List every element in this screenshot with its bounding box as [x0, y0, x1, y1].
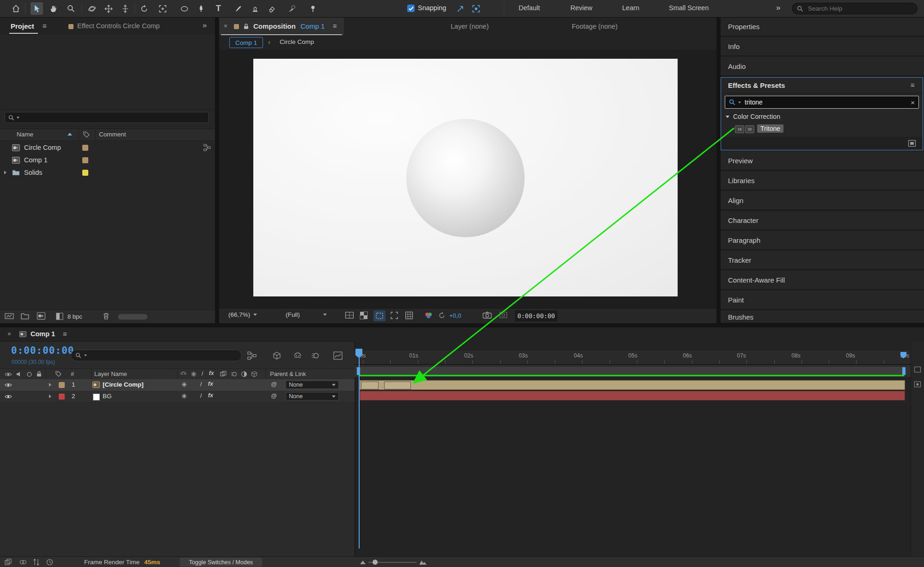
timeline-zoom-slider-handle[interactable]	[373, 560, 378, 565]
zoom-in-mountain-icon[interactable]	[419, 559, 427, 565]
thumbnail-size-slider[interactable]	[118, 314, 147, 320]
lock-icon[interactable]	[37, 371, 42, 377]
tab-effect-controls[interactable]: Effect Controls Circle Comp	[77, 22, 160, 30]
eraser-tool-button[interactable]	[265, 2, 278, 15]
column-header-parent-link[interactable]: Parent & Link	[270, 370, 306, 377]
folder-expander-icon[interactable]	[4, 171, 6, 174]
draft-3d-icon[interactable]	[273, 351, 281, 360]
collapse-transformations-switch[interactable]	[181, 382, 187, 388]
solo-icon[interactable]	[27, 372, 32, 377]
parent-link-dropdown[interactable]: None	[286, 381, 339, 389]
workspace-tab-default[interactable]: Default	[519, 4, 540, 12]
channel-rgb-icon[interactable]	[424, 312, 433, 319]
layer-1-bar-segment[interactable]	[361, 382, 379, 389]
panel-header-properties[interactable]: Properties	[721, 18, 924, 37]
comp-button-icon[interactable]	[914, 381, 921, 388]
workspace-tab-small-screen[interactable]: Small Screen	[669, 4, 709, 12]
layer-row-1[interactable]: 1 [Circle Comp] / fx @ None	[0, 379, 355, 391]
comp-marker-bin-icon[interactable]	[914, 366, 921, 373]
panel-header-content-aware-fill[interactable]: Content-Aware Fill	[721, 271, 924, 290]
new-composition-icon[interactable]	[37, 312, 45, 320]
timeline-scroll-strip[interactable]	[911, 341, 924, 556]
tab-composition[interactable]: × Composition Comp 1 ≡	[219, 18, 344, 35]
layer-expander-icon[interactable]	[49, 394, 51, 398]
eye-icon[interactable]	[5, 382, 12, 388]
pickwhip-icon[interactable]: @	[271, 392, 277, 399]
effects-presets-header[interactable]: Effects & Presets ≡	[721, 78, 923, 93]
timeline-panel-menu-icon[interactable]: ≡	[63, 330, 67, 338]
snapping-checkbox[interactable]	[407, 5, 415, 12]
collapse-transformations-switch[interactable]	[181, 393, 187, 399]
project-search-field[interactable]	[5, 112, 209, 123]
panel-header-libraries[interactable]: Libraries	[721, 172, 924, 191]
brush-tool-button[interactable]	[232, 2, 245, 15]
color-depth-icon[interactable]	[56, 313, 63, 320]
workspace-overflow-button[interactable]: »	[776, 3, 780, 12]
workspace-tab-learn[interactable]: Learn	[622, 4, 639, 12]
sphere-layer[interactable]	[406, 119, 525, 237]
effect-result-label[interactable]: Tritone	[757, 124, 783, 133]
adjustment-layer-icon[interactable]	[241, 371, 247, 377]
quality-switch[interactable]: /	[200, 392, 202, 399]
timeline-search-field[interactable]	[71, 350, 242, 361]
timeline-search-input[interactable]	[90, 351, 237, 359]
layer-2-duration-bar[interactable]	[360, 391, 905, 401]
hand-tool-button[interactable]	[47, 2, 60, 15]
search-help-field[interactable]	[792, 3, 918, 14]
project-search-input[interactable]	[22, 114, 205, 122]
close-tab-icon[interactable]: ×	[224, 22, 227, 30]
column-header-name[interactable]: Name	[17, 131, 33, 138]
dolly-camera-tool-button[interactable]	[119, 2, 131, 15]
effects-search-field[interactable]: ×	[725, 96, 919, 109]
type-tool-button[interactable]: T	[212, 2, 225, 15]
pan-behind-tool-button[interactable]	[156, 2, 169, 15]
frame-blend-icon[interactable]	[220, 371, 226, 377]
clear-search-icon[interactable]: ×	[911, 99, 915, 106]
effect-result-tritone[interactable]: 16 32 Tritone	[721, 123, 923, 136]
pickwhip-icon[interactable]: @	[271, 381, 277, 388]
current-timecode-display[interactable]: 0:00:00:00	[11, 345, 74, 356]
layer-label-color[interactable]	[59, 394, 65, 400]
bit-depth-label[interactable]: 8 bpc	[67, 313, 82, 320]
project-row-circle-comp[interactable]: Circle Comp	[0, 142, 215, 154]
expand-transfer-controls-icon[interactable]	[19, 559, 27, 566]
fx-switch[interactable]: fx	[208, 381, 213, 387]
grid-guides-icon[interactable]	[405, 311, 413, 320]
expand-layer-switches-icon[interactable]	[5, 559, 12, 566]
close-tab-icon[interactable]: ×	[7, 330, 11, 338]
orbit-camera-tool-button[interactable]	[86, 2, 98, 15]
project-panel-menu-icon[interactable]: ≡	[43, 22, 47, 30]
panel-header-paragraph[interactable]: Paragraph	[721, 231, 924, 250]
playhead-line[interactable]	[359, 349, 360, 549]
comp-canvas[interactable]	[253, 59, 678, 296]
panel-header-character[interactable]: Character	[721, 211, 924, 230]
interpret-footage-icon[interactable]	[5, 313, 14, 320]
layer-name[interactable]: BG	[103, 393, 112, 400]
pen-tool-button[interactable]	[195, 2, 207, 15]
comp-timecode-display[interactable]: 0:00:00:00	[515, 310, 557, 321]
label-color-swatch[interactable]	[82, 170, 88, 176]
panel-header-align[interactable]: Align	[721, 191, 924, 210]
zoom-level-dropdown[interactable]: (66,7%)	[228, 311, 257, 318]
eye-icon[interactable]	[5, 394, 12, 399]
trash-icon[interactable]	[103, 312, 110, 320]
tab-footage[interactable]: Footage (none)	[572, 23, 618, 30]
column-header-comment[interactable]: Comment	[99, 131, 126, 138]
effects-search-input[interactable]	[744, 98, 908, 106]
reset-exposure-icon[interactable]	[438, 312, 446, 319]
roto-brush-tool-button[interactable]	[285, 2, 298, 15]
render-time-pane-icon[interactable]	[46, 559, 53, 566]
exposure-offset-value[interactable]: +0,0	[449, 312, 461, 319]
tab-project[interactable]: Project	[11, 22, 34, 30]
label-color-swatch[interactable]	[82, 145, 88, 151]
label-color-swatch[interactable]	[82, 157, 88, 163]
zoom-tool-button[interactable]	[65, 2, 77, 15]
effects-presets-menu-icon[interactable]: ≡	[911, 81, 915, 89]
graph-editor-icon[interactable]	[333, 351, 343, 360]
parent-link-dropdown[interactable]: None	[286, 392, 339, 401]
work-area-track[interactable]	[355, 365, 911, 377]
column-header-layer-name[interactable]: Layer Name	[94, 370, 127, 377]
snap-along-edges-toggle[interactable]	[454, 2, 466, 15]
puppet-pin-tool-button[interactable]	[306, 2, 319, 15]
collapse-transformations-icon[interactable]	[190, 371, 197, 377]
